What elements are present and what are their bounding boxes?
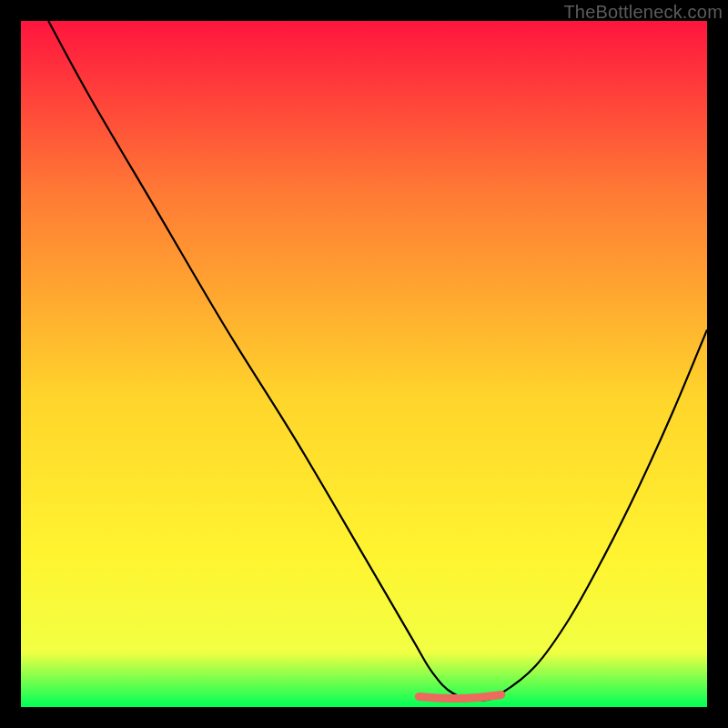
gradient-background [21,21,707,707]
bottleneck-chart [21,21,707,707]
optimal-range-highlight [419,694,500,698]
watermark-text: TheBottleneck.com [563,2,723,23]
